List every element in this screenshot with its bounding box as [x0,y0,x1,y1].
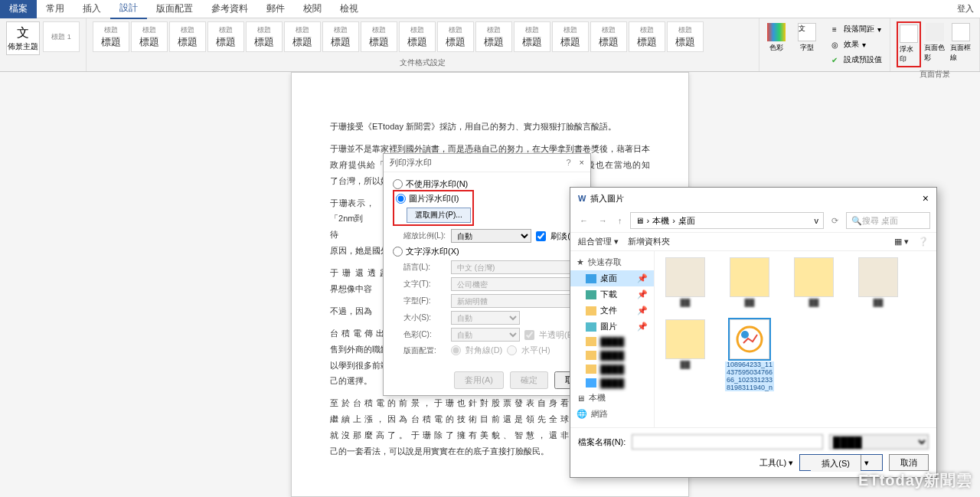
filetype-select[interactable]: ████ [829,434,929,450]
select-picture-button[interactable]: 選取圖片(P)... [407,208,471,223]
style-set[interactable]: 標題標題 [667,21,704,52]
tab-view[interactable]: 檢視 [331,0,368,18]
organize-menu[interactable]: 組合管理 ▾ [578,236,619,247]
tab-layout[interactable]: 版面配置 [147,0,202,18]
ribbon-content: 文 佈景主題 標題 1 標題標題 標題標題 標題標題 標題標題 標題標題 標題標… [0,18,980,72]
style-set[interactable]: 標題標題 [399,21,436,52]
nav-forward[interactable]: → [596,216,610,225]
style-set[interactable]: 標題標題 [246,21,283,52]
page-color-button[interactable]: 頁面色彩 [923,21,947,64]
style-set[interactable]: 標題標題 [169,21,206,52]
watermark-dialog: 列印浮水印 ? × 不使用浮水印(N) 圖片浮水印(I) 選取圖片(P)... … [383,153,591,396]
file-item[interactable]: ██ [661,319,710,392]
file-item[interactable]: ██ [725,257,774,307]
style-set[interactable]: 標題標題 [590,21,627,52]
washout-check[interactable] [536,231,546,241]
tab-review[interactable]: 校閱 [294,0,331,18]
sidebar-this-pc[interactable]: 🖥本機 [570,390,654,406]
close-icon[interactable]: × [923,192,929,204]
address-bar[interactable]: 🖥 › 本機 › 桌面 v [630,212,825,229]
refresh-icon[interactable]: ⟳ [828,216,841,226]
themes-button[interactable]: 文 佈景主題 [6,21,40,55]
style-set[interactable]: 標題標題 [93,21,129,52]
style-set[interactable]: 標題標題 [437,21,474,52]
tab-references[interactable]: 參考資料 [202,0,257,18]
sidebar-pictures[interactable]: 圖片📌 [570,319,654,335]
dialog-titlebar: 列印浮水印 ? × [384,154,590,172]
page-borders-button[interactable]: 頁面框線 [949,21,973,64]
group-label-docformat: 文件格式設定 [93,56,753,68]
tab-home[interactable]: 常用 [37,0,74,18]
svg-point-1 [741,331,749,338]
font-select: 新細明體 [451,294,581,308]
file-item[interactable]: ██ [854,257,903,307]
style-set[interactable]: 標題標題 [284,21,321,52]
insert-button[interactable]: 插入(S)▾ [799,454,883,471]
sidebar: ★快速存取 桌面📌 下載📌 文件📌 圖片📌 ████ ████ ████ ███… [570,251,655,427]
apply-button: 套用(A) [454,371,504,389]
color-select: 自動 [451,328,520,342]
sidebar-item[interactable]: ████ [570,376,654,390]
nav-up[interactable]: ↑ [615,216,626,225]
sidebar-quick-access[interactable]: ★快速存取 [570,254,654,270]
tools-menu[interactable]: 工具(L) ▾ [760,457,794,469]
paragraph-spacing[interactable]: ≡段落間距 ▾ [825,21,885,37]
style-set[interactable]: 標題標題 [131,21,168,52]
text-select: 公司機密 [451,277,581,291]
filename-label: 檔案名稱(N): [578,437,626,448]
search-input[interactable]: 🔍 搜尋 桌面 [846,212,930,229]
sidebar-downloads[interactable]: 下載📌 [570,286,654,302]
style-preview[interactable]: 標題 1 [43,21,80,52]
sidebar-desktop[interactable]: 桌面📌 [570,270,654,286]
nav-back[interactable]: ← [577,216,591,225]
file-picker-dialog: W插入圖片 × ← → ↑ 🖥 › 本機 › 桌面 v ⟳ 🔍 搜尋 桌面 組合… [570,187,937,478]
paragraph: 于珊接受《ETtoday 新聞雲》採訪，用自己的努力、實力狠狠打臉酸言酸語。 [330,119,650,135]
style-set[interactable]: 標題標題 [361,21,397,52]
effects[interactable]: ◎效果 ▾ [825,37,885,52]
sidebar-item[interactable]: ████ [570,348,654,362]
style-set[interactable]: 標題標題 [552,21,589,52]
view-icon[interactable]: ▦ ▾ [894,237,909,247]
radio-no-watermark[interactable]: 不使用浮水印(N) [393,178,581,190]
tab-file[interactable]: 檔案 [0,0,37,18]
login-link[interactable]: 登入 [957,3,974,15]
watermark-button[interactable]: 浮水印 [897,21,921,67]
ok-button: 確定 [510,371,548,389]
file-item[interactable]: ██ [661,257,710,307]
pc-icon: 🖥 [635,216,644,225]
cancel-button[interactable]: 取消 [889,454,929,471]
word-icon: W [578,194,586,203]
close-icon[interactable]: × [580,158,584,167]
sidebar-network[interactable]: 🌐網路 [570,406,654,422]
new-folder-button[interactable]: 新增資料夾 [628,236,670,247]
file-list[interactable]: ██ ██ ██ ██ ██ 108964233_114375950347666… [655,251,936,427]
dialog-title: 插入圖片 [590,193,624,204]
set-default[interactable]: ✔設成預設值 [825,52,885,67]
fonts-button[interactable]: 文字型 [795,21,819,54]
tab-mailings[interactable]: 郵件 [257,0,294,18]
radio-text-watermark[interactable]: 文字浮水印(X) [393,246,581,257]
tab-insert[interactable]: 插入 [74,0,110,18]
help-icon[interactable]: ❔ [918,237,929,247]
style-set[interactable]: 標題標題 [475,21,512,52]
file-item-selected[interactable]: 108964233_1143759503476666_1023312338198… [725,319,774,392]
style-set[interactable]: 標題標題 [207,21,244,52]
style-set[interactable]: 標題標題 [514,21,550,52]
language-select: 中文 (台灣) [451,260,581,274]
radio-picture-watermark[interactable]: 圖片浮水印(I) [396,193,471,204]
filename-input[interactable] [632,434,823,450]
style-set[interactable]: 標題標題 [629,21,665,52]
scale-select[interactable]: 自動 [451,229,531,243]
size-select: 自動 [451,311,520,325]
sidebar-item[interactable]: ████ [570,362,654,376]
tab-design[interactable]: 設計 [110,0,147,19]
branding-watermark: ETtoday新聞雲 [858,470,972,491]
colors-button[interactable]: 色彩 [764,21,789,54]
sidebar-documents[interactable]: 文件📌 [570,302,654,319]
style-set[interactable]: 標題標題 [322,21,359,52]
ribbon-tabs: 檔案 常用 插入 設計 版面配置 參考資料 郵件 校閱 檢視 登入 [0,0,980,18]
file-item[interactable]: ██ [789,257,838,307]
sidebar-item[interactable]: ████ [570,335,654,348]
